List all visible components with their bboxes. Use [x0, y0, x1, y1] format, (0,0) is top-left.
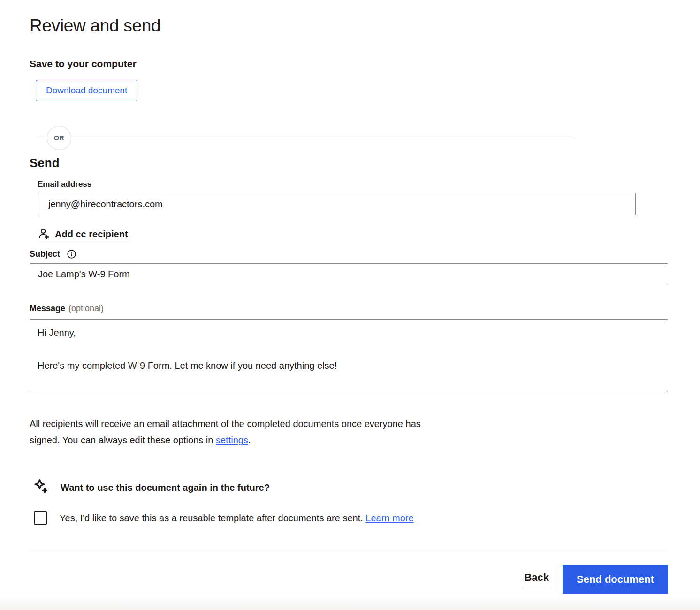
person-plus-icon: [38, 228, 50, 240]
download-document-button[interactable]: Download document: [36, 80, 137, 101]
email-block: Email address Add cc recipient: [38, 180, 668, 244]
review-and-send-page: Review and send Save to your computer Do…: [0, 16, 700, 594]
add-cc-recipient-link[interactable]: Add cc recipient: [38, 228, 130, 244]
or-divider: OR: [35, 126, 575, 150]
subject-label-row: Subject: [30, 249, 668, 259]
subject-label: Subject: [30, 249, 60, 259]
save-template-checkbox[interactable]: [34, 511, 47, 525]
notice-suffix: .: [248, 435, 251, 445]
message-label: Message: [30, 304, 65, 313]
divider-line-left: [35, 138, 47, 138]
email-address-label: Email address: [38, 180, 668, 189]
template-question-row: Want to use this document again in the f…: [33, 479, 668, 496]
save-template-label-text: Yes, I'd like to save this as a reusable…: [60, 513, 365, 523]
template-checkbox-row: Yes, I'd like to save this as a reusable…: [34, 511, 668, 525]
save-section-heading: Save to your computer: [30, 58, 668, 69]
page-title: Review and send: [30, 16, 668, 36]
settings-link[interactable]: settings: [216, 435, 248, 445]
send-document-button[interactable]: Send document: [563, 565, 668, 594]
bottom-fade-gradient: [0, 597, 700, 610]
or-badge: OR: [47, 126, 71, 150]
back-button[interactable]: Back: [523, 572, 550, 587]
footer-divider: [30, 551, 668, 551]
footer-actions: Back Send document: [30, 565, 668, 594]
message-label-row: Message (optional): [30, 304, 668, 313]
email-address-input[interactable]: [38, 193, 636, 215]
send-section-heading: Send: [30, 156, 668, 170]
template-question-text: Want to use this document again in the f…: [61, 482, 270, 493]
save-template-label: Yes, I'd like to save this as a reusable…: [60, 513, 414, 524]
message-optional-tag: (optional): [68, 304, 104, 313]
info-icon[interactable]: [67, 250, 76, 259]
add-cc-recipient-label: Add cc recipient: [55, 229, 128, 240]
divider-line-right: [71, 138, 575, 138]
message-textarea[interactable]: Hi Jenny, Here's my completed W-9 Form. …: [30, 319, 668, 392]
sparkle-plus-icon: [33, 479, 49, 496]
recipients-notice: All recipients will receive an email att…: [30, 416, 442, 449]
subject-input[interactable]: [30, 263, 668, 285]
learn-more-link[interactable]: Learn more: [365, 513, 413, 523]
